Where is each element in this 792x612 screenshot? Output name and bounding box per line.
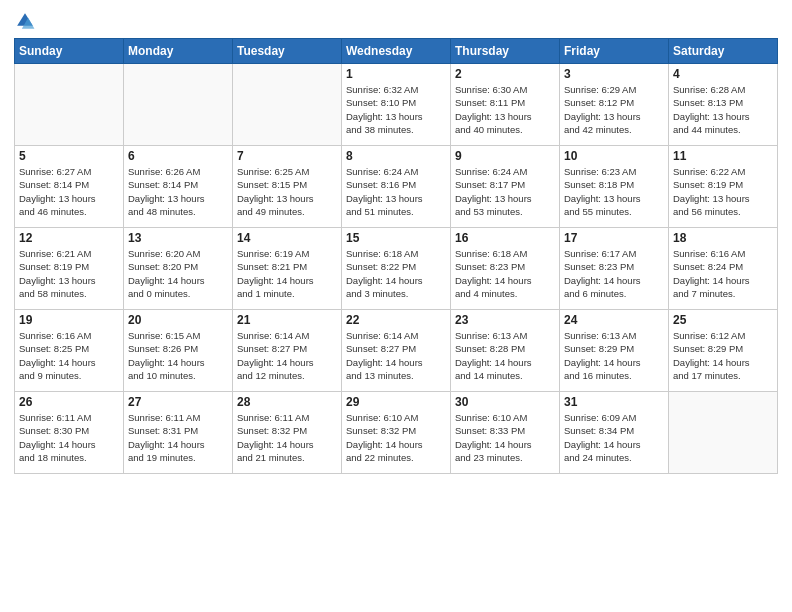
day-number: 23	[455, 313, 555, 327]
day-info: Sunrise: 6:10 AM Sunset: 8:32 PM Dayligh…	[346, 411, 446, 464]
day-info: Sunrise: 6:19 AM Sunset: 8:21 PM Dayligh…	[237, 247, 337, 300]
day-info: Sunrise: 6:23 AM Sunset: 8:18 PM Dayligh…	[564, 165, 664, 218]
day-number: 19	[19, 313, 119, 327]
calendar-cell: 15Sunrise: 6:18 AM Sunset: 8:22 PM Dayli…	[342, 228, 451, 310]
day-info: Sunrise: 6:10 AM Sunset: 8:33 PM Dayligh…	[455, 411, 555, 464]
calendar-cell: 28Sunrise: 6:11 AM Sunset: 8:32 PM Dayli…	[233, 392, 342, 474]
day-number: 22	[346, 313, 446, 327]
day-number: 1	[346, 67, 446, 81]
calendar-cell: 19Sunrise: 6:16 AM Sunset: 8:25 PM Dayli…	[15, 310, 124, 392]
day-number: 25	[673, 313, 773, 327]
calendar-cell: 7Sunrise: 6:25 AM Sunset: 8:15 PM Daylig…	[233, 146, 342, 228]
day-info: Sunrise: 6:16 AM Sunset: 8:25 PM Dayligh…	[19, 329, 119, 382]
day-number: 15	[346, 231, 446, 245]
calendar-cell: 4Sunrise: 6:28 AM Sunset: 8:13 PM Daylig…	[669, 64, 778, 146]
day-number: 24	[564, 313, 664, 327]
calendar-cell	[124, 64, 233, 146]
calendar-header-friday: Friday	[560, 39, 669, 64]
day-number: 29	[346, 395, 446, 409]
day-info: Sunrise: 6:13 AM Sunset: 8:28 PM Dayligh…	[455, 329, 555, 382]
day-info: Sunrise: 6:17 AM Sunset: 8:23 PM Dayligh…	[564, 247, 664, 300]
calendar-cell: 24Sunrise: 6:13 AM Sunset: 8:29 PM Dayli…	[560, 310, 669, 392]
day-number: 20	[128, 313, 228, 327]
day-number: 5	[19, 149, 119, 163]
day-number: 30	[455, 395, 555, 409]
calendar-header-row: SundayMondayTuesdayWednesdayThursdayFrid…	[15, 39, 778, 64]
day-number: 21	[237, 313, 337, 327]
calendar-week-1: 1Sunrise: 6:32 AM Sunset: 8:10 PM Daylig…	[15, 64, 778, 146]
calendar-cell: 30Sunrise: 6:10 AM Sunset: 8:33 PM Dayli…	[451, 392, 560, 474]
day-info: Sunrise: 6:30 AM Sunset: 8:11 PM Dayligh…	[455, 83, 555, 136]
day-info: Sunrise: 6:32 AM Sunset: 8:10 PM Dayligh…	[346, 83, 446, 136]
day-number: 2	[455, 67, 555, 81]
header	[14, 10, 778, 32]
day-info: Sunrise: 6:27 AM Sunset: 8:14 PM Dayligh…	[19, 165, 119, 218]
day-number: 16	[455, 231, 555, 245]
calendar-table: SundayMondayTuesdayWednesdayThursdayFrid…	[14, 38, 778, 474]
calendar-header-thursday: Thursday	[451, 39, 560, 64]
calendar-cell: 26Sunrise: 6:11 AM Sunset: 8:30 PM Dayli…	[15, 392, 124, 474]
day-number: 3	[564, 67, 664, 81]
calendar-cell	[15, 64, 124, 146]
day-info: Sunrise: 6:11 AM Sunset: 8:31 PM Dayligh…	[128, 411, 228, 464]
calendar-week-4: 19Sunrise: 6:16 AM Sunset: 8:25 PM Dayli…	[15, 310, 778, 392]
day-number: 9	[455, 149, 555, 163]
day-info: Sunrise: 6:11 AM Sunset: 8:30 PM Dayligh…	[19, 411, 119, 464]
day-number: 14	[237, 231, 337, 245]
calendar-cell: 9Sunrise: 6:24 AM Sunset: 8:17 PM Daylig…	[451, 146, 560, 228]
day-info: Sunrise: 6:20 AM Sunset: 8:20 PM Dayligh…	[128, 247, 228, 300]
calendar-header-wednesday: Wednesday	[342, 39, 451, 64]
day-info: Sunrise: 6:26 AM Sunset: 8:14 PM Dayligh…	[128, 165, 228, 218]
day-info: Sunrise: 6:25 AM Sunset: 8:15 PM Dayligh…	[237, 165, 337, 218]
calendar-header-sunday: Sunday	[15, 39, 124, 64]
day-info: Sunrise: 6:21 AM Sunset: 8:19 PM Dayligh…	[19, 247, 119, 300]
day-number: 26	[19, 395, 119, 409]
calendar-cell: 3Sunrise: 6:29 AM Sunset: 8:12 PM Daylig…	[560, 64, 669, 146]
day-info: Sunrise: 6:18 AM Sunset: 8:22 PM Dayligh…	[346, 247, 446, 300]
day-number: 8	[346, 149, 446, 163]
day-info: Sunrise: 6:16 AM Sunset: 8:24 PM Dayligh…	[673, 247, 773, 300]
calendar-cell: 14Sunrise: 6:19 AM Sunset: 8:21 PM Dayli…	[233, 228, 342, 310]
day-info: Sunrise: 6:24 AM Sunset: 8:16 PM Dayligh…	[346, 165, 446, 218]
calendar-cell: 12Sunrise: 6:21 AM Sunset: 8:19 PM Dayli…	[15, 228, 124, 310]
day-info: Sunrise: 6:28 AM Sunset: 8:13 PM Dayligh…	[673, 83, 773, 136]
logo	[14, 10, 38, 32]
calendar-cell: 6Sunrise: 6:26 AM Sunset: 8:14 PM Daylig…	[124, 146, 233, 228]
day-number: 7	[237, 149, 337, 163]
day-info: Sunrise: 6:09 AM Sunset: 8:34 PM Dayligh…	[564, 411, 664, 464]
day-info: Sunrise: 6:15 AM Sunset: 8:26 PM Dayligh…	[128, 329, 228, 382]
calendar-cell: 16Sunrise: 6:18 AM Sunset: 8:23 PM Dayli…	[451, 228, 560, 310]
calendar-cell: 23Sunrise: 6:13 AM Sunset: 8:28 PM Dayli…	[451, 310, 560, 392]
calendar-cell: 20Sunrise: 6:15 AM Sunset: 8:26 PM Dayli…	[124, 310, 233, 392]
day-number: 13	[128, 231, 228, 245]
day-info: Sunrise: 6:29 AM Sunset: 8:12 PM Dayligh…	[564, 83, 664, 136]
day-info: Sunrise: 6:22 AM Sunset: 8:19 PM Dayligh…	[673, 165, 773, 218]
day-info: Sunrise: 6:18 AM Sunset: 8:23 PM Dayligh…	[455, 247, 555, 300]
calendar-cell: 31Sunrise: 6:09 AM Sunset: 8:34 PM Dayli…	[560, 392, 669, 474]
day-number: 12	[19, 231, 119, 245]
day-info: Sunrise: 6:13 AM Sunset: 8:29 PM Dayligh…	[564, 329, 664, 382]
day-number: 17	[564, 231, 664, 245]
calendar-cell: 21Sunrise: 6:14 AM Sunset: 8:27 PM Dayli…	[233, 310, 342, 392]
day-number: 18	[673, 231, 773, 245]
calendar-cell: 18Sunrise: 6:16 AM Sunset: 8:24 PM Dayli…	[669, 228, 778, 310]
calendar-cell: 25Sunrise: 6:12 AM Sunset: 8:29 PM Dayli…	[669, 310, 778, 392]
day-info: Sunrise: 6:14 AM Sunset: 8:27 PM Dayligh…	[237, 329, 337, 382]
calendar-header-monday: Monday	[124, 39, 233, 64]
day-number: 4	[673, 67, 773, 81]
calendar-cell	[669, 392, 778, 474]
calendar-cell: 2Sunrise: 6:30 AM Sunset: 8:11 PM Daylig…	[451, 64, 560, 146]
day-number: 6	[128, 149, 228, 163]
day-info: Sunrise: 6:24 AM Sunset: 8:17 PM Dayligh…	[455, 165, 555, 218]
calendar-week-5: 26Sunrise: 6:11 AM Sunset: 8:30 PM Dayli…	[15, 392, 778, 474]
calendar-cell: 13Sunrise: 6:20 AM Sunset: 8:20 PM Dayli…	[124, 228, 233, 310]
calendar-cell: 27Sunrise: 6:11 AM Sunset: 8:31 PM Dayli…	[124, 392, 233, 474]
day-info: Sunrise: 6:11 AM Sunset: 8:32 PM Dayligh…	[237, 411, 337, 464]
day-number: 11	[673, 149, 773, 163]
calendar-header-tuesday: Tuesday	[233, 39, 342, 64]
calendar-cell: 10Sunrise: 6:23 AM Sunset: 8:18 PM Dayli…	[560, 146, 669, 228]
calendar-cell: 1Sunrise: 6:32 AM Sunset: 8:10 PM Daylig…	[342, 64, 451, 146]
calendar-week-2: 5Sunrise: 6:27 AM Sunset: 8:14 PM Daylig…	[15, 146, 778, 228]
day-number: 10	[564, 149, 664, 163]
calendar-cell: 29Sunrise: 6:10 AM Sunset: 8:32 PM Dayli…	[342, 392, 451, 474]
